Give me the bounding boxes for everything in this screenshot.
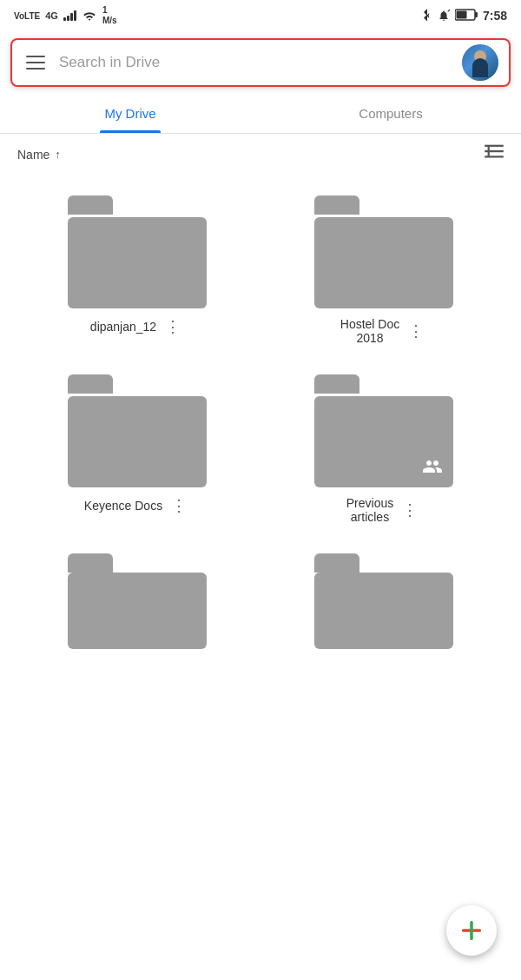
more-button-previous[interactable]: ⋮ bbox=[399, 500, 421, 520]
signal-bar-3 bbox=[70, 13, 73, 21]
tabs-container: My Drive Computers bbox=[0, 94, 521, 134]
speed-label: 1M/s bbox=[102, 5, 117, 26]
search-placeholder[interactable]: Search in Drive bbox=[59, 54, 452, 71]
more-button-dipanjan[interactable]: ⋮ bbox=[162, 317, 184, 336]
signal-bars bbox=[63, 10, 76, 21]
file-name-row-keyence: Keyence Docs ⋮ bbox=[21, 496, 254, 515]
fab-create[interactable] bbox=[446, 905, 497, 956]
file-item-keyence[interactable]: Keyence Docs ⋮ bbox=[14, 362, 260, 541]
fab-vertical bbox=[471, 921, 473, 940]
folder-icon-keyence bbox=[68, 374, 207, 487]
fab-plus-icon bbox=[458, 917, 485, 944]
folder-tab-partial bbox=[314, 553, 359, 573]
sort-name: Name bbox=[17, 148, 49, 162]
menu-button[interactable] bbox=[23, 52, 49, 73]
avatar[interactable] bbox=[462, 44, 498, 81]
file-item-previous[interactable]: Previous articles ⋮ bbox=[260, 362, 507, 541]
more-button-hostel[interactable]: ⋮ bbox=[405, 321, 427, 341]
folder-icon-partial-1 bbox=[68, 553, 207, 649]
file-item-dipanjan[interactable]: dipanjan_12 ⋮ bbox=[14, 183, 260, 362]
signal-bar-4 bbox=[74, 10, 76, 21]
folder-icon-dipanjan bbox=[68, 195, 207, 308]
folder-body bbox=[68, 396, 207, 487]
svg-rect-3 bbox=[456, 10, 466, 18]
folder-icon-partial-2 bbox=[314, 553, 453, 649]
folder-icon-hostel bbox=[314, 195, 453, 308]
folder-icon-previous bbox=[314, 374, 453, 487]
hamburger-line-1 bbox=[26, 56, 45, 57]
folder-body-partial bbox=[314, 573, 453, 649]
folder-body-partial bbox=[68, 573, 207, 649]
list-view-button[interactable] bbox=[485, 144, 504, 164]
status-left: VoLTE 4G 1M/s bbox=[14, 5, 117, 26]
file-name-hostel-line1: Hostel Doc bbox=[340, 317, 399, 331]
file-item-partial-1 bbox=[14, 550, 260, 649]
status-right: 7:58 bbox=[422, 9, 507, 23]
folder-body bbox=[314, 396, 453, 487]
files-grid-bottom bbox=[0, 550, 521, 658]
fab-horizontal bbox=[462, 930, 481, 932]
sort-arrow: ↑ bbox=[55, 148, 61, 161]
file-item-partial-2 bbox=[260, 550, 507, 649]
tab-my-drive[interactable]: My Drive bbox=[0, 94, 260, 133]
file-name-row-previous: Previous articles ⋮ bbox=[267, 496, 500, 524]
signal-bar-2 bbox=[67, 16, 69, 21]
file-name-hostel-line2: 2018 bbox=[340, 331, 399, 345]
battery-label bbox=[455, 9, 478, 23]
shared-icon bbox=[422, 456, 445, 479]
folder-body bbox=[68, 217, 207, 308]
folder-tab bbox=[314, 195, 359, 215]
file-name-row-hostel: Hostel Doc 2018 ⋮ bbox=[267, 317, 500, 345]
notification-icon bbox=[438, 9, 450, 23]
tab-computers[interactable]: Computers bbox=[260, 94, 521, 133]
sort-label[interactable]: Name ↑ bbox=[17, 148, 61, 162]
svg-rect-2 bbox=[475, 12, 478, 17]
hamburger-line-2 bbox=[26, 62, 45, 63]
file-item-hostel[interactable]: Hostel Doc 2018 ⋮ bbox=[260, 183, 507, 362]
signal-bar-1 bbox=[63, 17, 66, 21]
status-bar: VoLTE 4G 1M/s 7:58 bbox=[0, 0, 521, 31]
search-container: Search in Drive bbox=[0, 31, 521, 94]
avatar-body bbox=[472, 58, 488, 77]
network-label: 4G bbox=[45, 10, 58, 21]
time-label: 7:58 bbox=[483, 9, 507, 23]
carrier-label: VoLTE bbox=[14, 11, 40, 21]
search-bar: Search in Drive bbox=[10, 38, 511, 87]
avatar-image bbox=[462, 44, 498, 81]
bluetooth-icon bbox=[422, 9, 432, 23]
file-name-previous-line1: Previous bbox=[346, 496, 393, 510]
files-grid: dipanjan_12 ⋮ Hostel Doc 2018 ⋮ Keyence bbox=[0, 175, 521, 550]
svg-line-0 bbox=[448, 10, 450, 11]
file-name-dipanjan: dipanjan_12 bbox=[90, 320, 156, 334]
folder-body bbox=[314, 217, 453, 308]
folder-tab bbox=[68, 195, 113, 215]
folder-tab bbox=[68, 374, 113, 394]
file-name-keyence: Keyence Docs bbox=[84, 499, 162, 513]
folder-tab bbox=[314, 374, 359, 394]
file-name-row-dipanjan: dipanjan_12 ⋮ bbox=[21, 317, 254, 336]
folder-tab-partial bbox=[68, 553, 113, 573]
wifi-icon bbox=[82, 10, 97, 22]
hamburger-line-3 bbox=[26, 68, 45, 70]
sort-bar: Name ↑ bbox=[0, 134, 521, 175]
file-name-previous-line2: articles bbox=[346, 510, 393, 524]
more-button-keyence[interactable]: ⋮ bbox=[168, 496, 190, 515]
